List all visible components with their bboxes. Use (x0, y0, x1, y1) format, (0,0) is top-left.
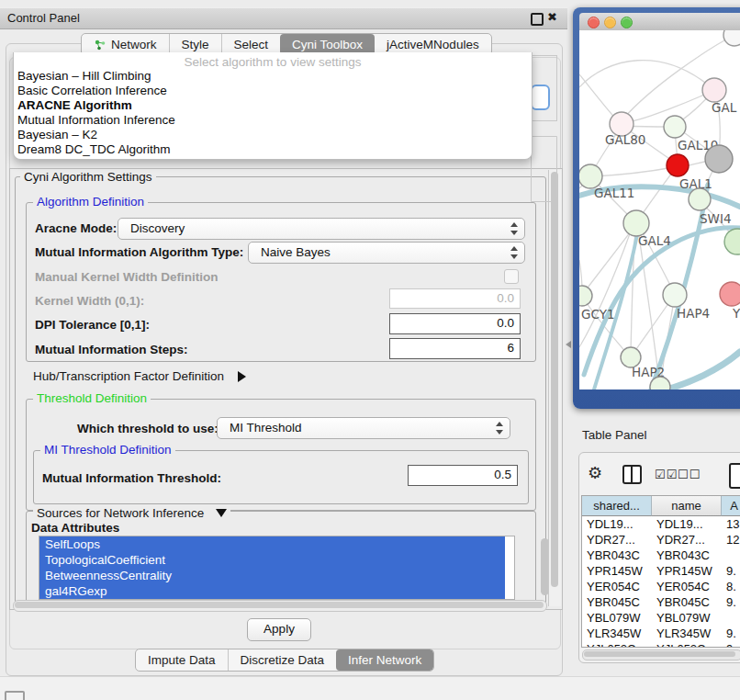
close-button[interactable] (588, 17, 600, 28)
table-row[interactable]: YDL19...YDL19...13 (582, 516, 740, 532)
column-header-name[interactable]: name (652, 496, 722, 516)
chevron-down-icon (216, 509, 227, 517)
sources-expander[interactable]: Sources for Network Inference (33, 504, 230, 521)
tab-discretize-data[interactable]: Discretize Data (228, 649, 337, 671)
tab-impute-data[interactable]: Impute Data (136, 649, 228, 671)
obscured-focused-combo[interactable] (531, 85, 550, 110)
table-cell: YBL079W (582, 610, 652, 626)
table-row[interactable]: YBR043CYBR043C (582, 548, 740, 563)
mi-threshold-group-title: MI Threshold Definition (40, 444, 175, 457)
table-cell: 13 (722, 516, 740, 532)
mi-threshold-label: Mutual Information Threshold: (42, 471, 221, 485)
network-window-titlebar (579, 13, 740, 31)
node-table: shared...nameA YDL19...YDL19...13YDR27..… (581, 495, 740, 648)
table-cell: YPR145W (582, 563, 652, 579)
function-builder-button[interactable] (729, 463, 740, 489)
network-node-gal10[interactable] (664, 116, 686, 138)
network-edge-highlighted (667, 352, 740, 390)
float-panel-button[interactable] (531, 13, 544, 26)
attribute-option-betweennesscentrality[interactable]: BetweennessCentrality (39, 568, 505, 583)
node-label: SWI4 (700, 211, 732, 226)
settings-horizontal-scrollbar[interactable] (13, 600, 547, 612)
threshold-definition-title: Threshold Definition (33, 392, 151, 405)
network-view-window: GALGAL80GAL10GAL1GAL11SWI4GAL4GCY1HAP4YH… (573, 7, 740, 409)
deselect-all-checks-icon[interactable]: ☐☐ (678, 468, 701, 481)
mi-type-label: Mutual Information Algorithm Type: (35, 245, 243, 259)
algorithm-option-dream8-dc-tdc-algorithm[interactable]: Dream8 DC_TDC Algorithm (17, 142, 171, 157)
table-row[interactable]: YER054CYER054C8. (582, 579, 740, 594)
zoom-button[interactable] (621, 17, 633, 28)
apply-button[interactable]: Apply (247, 618, 311, 641)
network-icon (94, 39, 106, 51)
network-node-y[interactable] (720, 282, 740, 306)
table-settings-gear-icon[interactable]: ⚙ (588, 463, 602, 482)
aracne-mode-select[interactable]: Discovery (118, 218, 525, 240)
table-horizontal-scrollbar[interactable] (582, 649, 740, 660)
which-threshold-select[interactable]: MI Threshold (217, 417, 510, 439)
attribute-option-selfloops[interactable]: SelfLoops (39, 536, 505, 552)
divider-collapse-arrow[interactable] (566, 341, 571, 348)
which-threshold-label: Which threshold to use: (77, 422, 219, 435)
algorithm-option-bayesian-hill-climbing[interactable]: Bayesian – Hill Climbing (17, 69, 151, 84)
tab-label: Discretize Data (241, 650, 325, 671)
dpi-tolerance-input[interactable]: 0.0 (389, 313, 521, 334)
stepper-icon (510, 222, 517, 235)
dropdown-placeholder: Select algorithm to view settings (14, 55, 532, 69)
table-cell: YLR345W (652, 626, 722, 641)
attribute-option-topologicalcoefficient[interactable]: TopologicalCoefficient (39, 552, 505, 568)
table-panel-title: Table Panel (582, 428, 647, 442)
show-columns-button[interactable] (622, 465, 642, 484)
algorithm-option-bayesian-k2[interactable]: Bayesian – K2 (17, 128, 97, 142)
network-node[interactable] (724, 229, 740, 254)
mi-algorithm-type-select[interactable]: Naive Bayes (248, 242, 525, 264)
network-node-swi4[interactable] (689, 188, 711, 210)
algorithm-option-aracne-algorithm[interactable]: ARACNE Algorithm (17, 98, 132, 113)
algorithm-option-basic-correlation-inference[interactable]: Basic Correlation Inference (17, 84, 167, 98)
select-all-checks-icon[interactable]: ☑☑ (655, 468, 678, 481)
collapsed-panel-icon[interactable] (5, 691, 25, 700)
network-node-gal4[interactable] (623, 210, 649, 236)
node-label: Y (732, 306, 740, 321)
network-edge (594, 167, 674, 176)
table-cell: YBR045C (652, 594, 722, 610)
mi-steps-input[interactable]: 6 (389, 338, 521, 359)
network-node-hap4[interactable] (663, 283, 687, 307)
node-label: GCY1 (581, 307, 615, 322)
table-cell: YDR27... (652, 532, 722, 548)
network-node-gal1[interactable] (667, 154, 689, 176)
minimize-button[interactable] (604, 17, 616, 28)
network-node[interactable] (705, 145, 733, 173)
algorithm-definition-title: Algorithm Definition (33, 196, 148, 209)
network-node-gal[interactable] (702, 78, 726, 102)
tab-infer-network[interactable]: Infer Network (336, 649, 433, 671)
manual-kernel-checkbox[interactable] (504, 269, 519, 284)
algorithm-option-mutual-information-inference[interactable]: Mutual Information Inference (17, 113, 175, 128)
control-panel-title: Control Panel (7, 8, 80, 28)
node-label: GAL4 (638, 233, 671, 248)
kernel-width-input[interactable]: 0.0 (389, 288, 521, 309)
table-row[interactable]: YBL079WYBL079W (582, 610, 740, 626)
hub-definition-expander[interactable]: Hub/Transcription Factor Definition (33, 367, 246, 384)
table-cell: YBR045C (582, 594, 652, 610)
network-node-gcy1[interactable] (579, 286, 592, 306)
column-header-shared[interactable]: shared... (582, 496, 652, 516)
table-row[interactable]: YJL052CYJL052C9 (582, 641, 740, 648)
node-label: GAL (712, 100, 737, 115)
settings-vertical-scrollbar[interactable] (548, 170, 561, 606)
attribute-option-gal4rgexp[interactable]: gal4RGexp (39, 583, 505, 599)
network-canvas[interactable]: GALGAL80GAL10GAL1GAL11SWI4GAL4GCY1HAP4YH… (579, 30, 740, 390)
table-cell: YBR043C (582, 548, 652, 563)
table-row[interactable]: YDR27...YDR27...12 (582, 532, 740, 548)
mi-threshold-input[interactable]: 0.5 (408, 465, 518, 486)
close-panel-button[interactable]: ✖ (547, 10, 557, 24)
table-cell: 12 (722, 532, 740, 548)
dpi-tolerance-label: DPI Tolerance [0,1]: (35, 318, 150, 332)
table-cell: 8. (722, 579, 740, 594)
mi-type-value: Naive Bayes (261, 243, 331, 263)
table-row[interactable]: YLR345WYLR345W9. (582, 626, 740, 641)
table-row[interactable]: YBR045CYBR045C9. (582, 594, 740, 610)
table-row[interactable]: YPR145WYPR145W9. (582, 563, 740, 579)
network-node[interactable] (723, 30, 740, 46)
tab-label: Infer Network (348, 650, 421, 671)
column-header-a[interactable]: A (722, 496, 740, 516)
